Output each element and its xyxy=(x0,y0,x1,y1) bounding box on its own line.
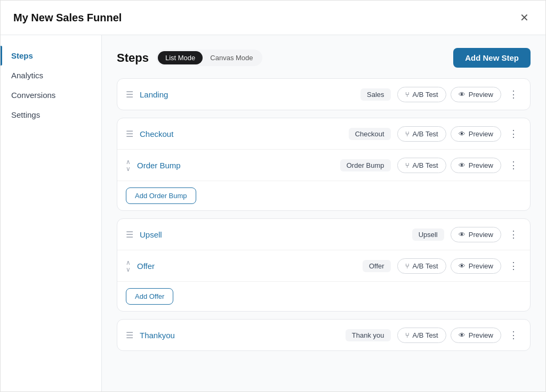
drag-icon: ☰ xyxy=(126,129,133,139)
table-row: ∧ ∨ Order Bump Order Bump ⑂ A/B Test 👁 P… xyxy=(117,150,530,181)
preview-button-order-bump[interactable]: 👁 Preview xyxy=(451,158,501,173)
eye-icon: 👁 xyxy=(459,231,465,239)
drag-icon: ☰ xyxy=(126,330,133,340)
step-badge-checkout: Checkout xyxy=(349,128,391,140)
drag-icon: ☰ xyxy=(126,230,133,240)
table-row: ☰ Landing Sales ⑂ A/B Test 👁 Preview ⋮ xyxy=(117,79,530,110)
card-footer-checkout: Add Order Bump xyxy=(117,181,530,210)
close-button[interactable]: ✕ xyxy=(516,9,533,26)
sidebar-item-analytics[interactable]: Analytics xyxy=(1,66,101,85)
step-badge-offer: Offer xyxy=(363,260,391,272)
step-actions-upsell: 👁 Preview ⋮ xyxy=(451,226,521,242)
sort-icon[interactable]: ∧ ∨ xyxy=(126,259,131,273)
list-mode-button[interactable]: List Mode xyxy=(158,51,203,64)
preview-button-checkout[interactable]: 👁 Preview xyxy=(451,126,501,142)
add-order-bump-button[interactable]: Add Order Bump xyxy=(126,187,196,204)
checkout-card: ☰ Checkout Checkout ⑂ A/B Test 👁 Preview… xyxy=(117,118,531,211)
table-row: ☰ Checkout Checkout ⑂ A/B Test 👁 Preview… xyxy=(117,118,530,150)
ab-test-button-landing[interactable]: ⑂ A/B Test xyxy=(397,87,446,102)
step-actions-landing: ⑂ A/B Test 👁 Preview ⋮ xyxy=(397,86,521,102)
ab-test-button-checkout[interactable]: ⑂ A/B Test xyxy=(397,126,446,142)
preview-button-offer[interactable]: 👁 Preview xyxy=(451,258,501,274)
main-content: Steps List Mode Canvas Mode Add New Step… xyxy=(102,35,545,392)
preview-button-landing[interactable]: 👁 Preview xyxy=(451,87,501,102)
sidebar-item-steps[interactable]: Steps xyxy=(1,46,101,66)
canvas-mode-button[interactable]: Canvas Mode xyxy=(203,51,260,64)
ab-icon: ⑂ xyxy=(405,262,410,270)
step-badge-landing: Sales xyxy=(360,88,391,101)
sort-icon[interactable]: ∧ ∨ xyxy=(126,159,131,172)
step-name-landing[interactable]: Landing xyxy=(140,90,343,99)
sidebar-item-settings[interactable]: Settings xyxy=(1,105,101,125)
table-row: ☰ Upsell Upsell 👁 Preview ⋮ xyxy=(117,219,530,250)
preview-button-upsell[interactable]: 👁 Preview xyxy=(451,227,501,242)
eye-icon: 👁 xyxy=(459,130,465,138)
eye-icon: 👁 xyxy=(459,262,465,270)
card-footer-upsell: Add Offer xyxy=(117,281,530,311)
steps-title: Steps xyxy=(117,51,149,65)
sidebar: Steps Analytics Conversions Settings xyxy=(1,35,102,392)
step-actions-offer: ⑂ A/B Test 👁 Preview ⋮ xyxy=(397,258,521,274)
more-button-offer[interactable]: ⋮ xyxy=(505,258,521,274)
eye-icon: 👁 xyxy=(459,161,465,169)
steps-title-area: Steps List Mode Canvas Mode xyxy=(117,50,262,66)
step-name-upsell[interactable]: Upsell xyxy=(140,230,395,239)
header: My New Sales Funnel ✕ xyxy=(1,1,545,35)
mode-toggle: List Mode Canvas Mode xyxy=(156,50,262,66)
ab-test-button-thankyou[interactable]: ⑂ A/B Test xyxy=(397,328,446,343)
eye-icon: 👁 xyxy=(459,331,465,339)
ab-test-button-order-bump[interactable]: ⑂ A/B Test xyxy=(397,158,446,173)
step-actions-checkout: ⑂ A/B Test 👁 Preview ⋮ xyxy=(397,126,521,142)
upsell-card: ☰ Upsell Upsell 👁 Preview ⋮ ∧ ∨ Offer Of… xyxy=(117,218,531,312)
more-button-landing[interactable]: ⋮ xyxy=(505,86,521,102)
step-badge-upsell: Upsell xyxy=(412,228,444,241)
ab-icon: ⑂ xyxy=(405,91,410,99)
add-new-step-button[interactable]: Add New Step xyxy=(453,48,531,68)
step-name-checkout[interactable]: Checkout xyxy=(140,129,332,138)
more-button-checkout[interactable]: ⋮ xyxy=(505,126,521,142)
add-offer-button[interactable]: Add Offer xyxy=(126,288,173,305)
drag-icon: ☰ xyxy=(126,89,133,100)
app-layout: Steps Analytics Conversions Settings Ste… xyxy=(1,35,545,392)
sidebar-item-conversions[interactable]: Conversions xyxy=(1,85,101,105)
more-button-order-bump[interactable]: ⋮ xyxy=(505,157,521,173)
window-title: My New Sales Funnel xyxy=(13,12,122,24)
step-badge-thankyou: Thank you xyxy=(346,329,391,341)
eye-icon: 👁 xyxy=(459,91,465,99)
ab-icon: ⑂ xyxy=(405,161,410,169)
step-name-offer[interactable]: Offer xyxy=(137,262,346,271)
more-button-thankyou[interactable]: ⋮ xyxy=(505,327,521,343)
step-name-order-bump[interactable]: Order Bump xyxy=(137,161,323,170)
step-name-thankyou[interactable]: Thankyou xyxy=(140,331,328,340)
table-row: ☰ Thankyou Thank you ⑂ A/B Test 👁 Previe… xyxy=(117,320,530,350)
steps-header: Steps List Mode Canvas Mode Add New Step xyxy=(117,48,531,68)
more-button-upsell[interactable]: ⋮ xyxy=(505,226,521,242)
step-actions-order-bump: ⑂ A/B Test 👁 Preview ⋮ xyxy=(397,157,521,173)
table-row: ∧ ∨ Offer Offer ⑂ A/B Test 👁 Preview ⋮ xyxy=(117,250,530,281)
ab-test-button-offer[interactable]: ⑂ A/B Test xyxy=(397,258,446,274)
landing-card: ☰ Landing Sales ⑂ A/B Test 👁 Preview ⋮ xyxy=(117,78,531,110)
thankyou-card: ☰ Thankyou Thank you ⑂ A/B Test 👁 Previe… xyxy=(117,319,531,351)
step-actions-thankyou: ⑂ A/B Test 👁 Preview ⋮ xyxy=(397,327,521,343)
ab-icon: ⑂ xyxy=(405,331,410,339)
step-badge-order-bump: Order Bump xyxy=(340,159,391,172)
ab-icon: ⑂ xyxy=(405,130,410,138)
preview-button-thankyou[interactable]: 👁 Preview xyxy=(451,328,501,343)
